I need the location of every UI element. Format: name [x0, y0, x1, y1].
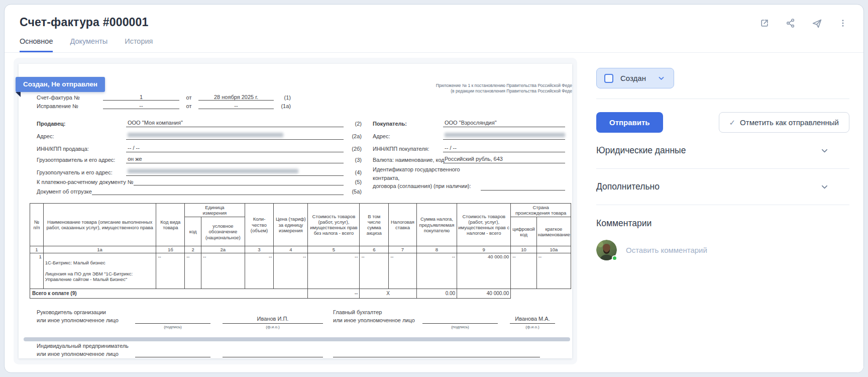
chevron-down-icon: [821, 183, 828, 191]
invoice-detail-card: Счет-фактура #000001 Основное Документы …: [4, 4, 864, 373]
redacted-buyer-address: [445, 133, 565, 137]
col-header-price: Цена (тариф) за единицу измерения: [274, 204, 308, 246]
contract-id-row: Идентификатор государственного контракта…: [373, 165, 565, 191]
entrepreneur-name-line: [223, 349, 323, 357]
seller-address-row: Адрес: (2а): [37, 127, 362, 140]
seller-column: Продавец: ООО "Моя компания" (2) Адрес: …: [37, 116, 362, 195]
col-header-name: Наименование товара (описание выполненны…: [43, 204, 156, 246]
total-row: Всего к оплате (9) -- X 0.00 40 000.00: [30, 289, 571, 298]
open-in-new-window-icon[interactable]: [759, 18, 770, 29]
tab-history[interactable]: История: [125, 37, 153, 52]
item-cost-with-tax: 40 000.00: [457, 253, 511, 289]
tab-bar: Основное Документы История: [20, 37, 849, 52]
entrepreneur-signature-line: [135, 349, 210, 357]
buyer-row: Покупатель: ООО "Взросляндия": [373, 116, 565, 127]
status-checkbox-icon: [604, 74, 613, 83]
action-buttons-row: Отправить ✓ Отметить как отправленный: [596, 112, 849, 133]
consignor-row: Грузоотправитель и его адрес: он же (3): [37, 152, 362, 163]
head-role: Руководитель организации или иное уполно…: [37, 309, 135, 325]
buyer-inn-row: ИНН/КПП покупателя: -- / --: [373, 140, 565, 152]
invoice-number-value: 1: [103, 94, 179, 101]
item-name: 1С-Битрикс: Малый бизнес Лицензия на ПО …: [43, 253, 156, 289]
chevron-down-icon: [821, 147, 828, 154]
col-header-unit-symbol: условное обозначение (национальное): [201, 217, 245, 246]
col-header-num: № п/п: [30, 204, 44, 246]
right-sidebar: Создан Отправить ✓ Отметить как отправле…: [577, 53, 863, 372]
col-header-excise: В том числе сумма акциза: [360, 204, 389, 246]
total-cost-with-tax: 40 000.00: [457, 289, 511, 298]
check-icon: ✓: [729, 118, 736, 127]
status-select[interactable]: Создан: [596, 68, 674, 88]
redacted-consignee-address: [128, 169, 298, 173]
head-name: Иванов И.П.: [223, 316, 323, 324]
head-accountant-signature-row: Руководитель организации или иное уполно…: [37, 309, 565, 329]
col-header-cost-with-tax: Стоимость товаров (работ, услуг), имущес…: [457, 204, 511, 246]
consignee-row: Грузополучатель и его адрес: (4): [37, 163, 362, 176]
tab-main[interactable]: Основное: [20, 37, 53, 52]
status-select-label: Создан: [620, 74, 646, 82]
head-signature-line: [135, 316, 210, 324]
seller-row: Продавец: ООО "Моя компания" (2): [37, 116, 362, 127]
section-additional[interactable]: Дополнительно: [596, 169, 849, 205]
status-ribbon: Создан, Не отправлен: [16, 77, 105, 92]
buyer-address-row: Адрес:: [373, 127, 565, 140]
online-status-dot: [612, 255, 617, 261]
content-area: Создан, Не отправлен Приложение № 1 к по…: [5, 53, 863, 372]
column-numbers-row: 1 1а 1б 2 2а 3 4 5 6 7 8 9 10 10а: [30, 246, 571, 253]
comments-section: Комментарии: [596, 218, 849, 260]
seller-inn-row: ИНН/КПП продавца: -- / -- (2б): [37, 140, 362, 152]
chevron-down-icon: [658, 75, 665, 81]
document-preview-panel: Создан, Не отправлен Приложение № 1 к по…: [14, 58, 577, 364]
invoice-sheet: Приложение № 1 к постановлению Правитель…: [19, 64, 572, 358]
invoice-date-value: 28 ноября 2025 г.: [198, 94, 274, 101]
leave-comment-input[interactable]: Оставить комментарий: [626, 246, 707, 254]
col-header-country-name: краткое наименование: [536, 217, 571, 246]
col-header-unit-group: Единица измерения: [185, 204, 245, 217]
accountant-role: Главный бухгалтер или иное уполномоченно…: [333, 309, 422, 325]
shipping-doc-row: Документ об отгрузке (5а): [37, 185, 362, 195]
header-actions: [759, 18, 848, 29]
item-row: 1 1С-Битрикс: Малый бизнес Лицензия на П…: [30, 253, 571, 289]
entrepreneur-role: Индивидуальный предприниматель или иное …: [37, 342, 135, 358]
signatures-block: Руководитель организации или иное уполно…: [37, 309, 565, 358]
regulation-note: Приложение № 1 к постановлению Правитель…: [436, 83, 572, 95]
mark-as-sent-button[interactable]: ✓ Отметить как отправленный: [719, 112, 849, 133]
col-header-qty: Коли- чество (объем): [245, 204, 274, 246]
tab-documents[interactable]: Документы: [70, 37, 107, 52]
col-header-country-group: Страна происхождения товара: [511, 204, 571, 217]
sidebar-divider: [596, 99, 849, 99]
send-button[interactable]: Отправить: [596, 112, 663, 133]
comments-title: Комментарии: [596, 218, 849, 229]
share-icon[interactable]: [785, 18, 796, 29]
total-label: Всего к оплате (9): [30, 289, 308, 298]
entrepreneur-registration-line: [333, 349, 540, 357]
user-avatar: [596, 240, 617, 260]
entrepreneur-signature-row: Индивидуальный предприниматель или иное …: [37, 342, 565, 358]
parties-block: Продавец: ООО "Моя компания" (2) Адрес: …: [37, 116, 565, 195]
buyer-column: Покупатель: ООО "Взросляндия" Адрес: ИНН…: [373, 116, 565, 195]
page-title: Счет-фактура #000001: [20, 16, 849, 29]
page-header: Счет-фактура #000001 Основное Документы …: [5, 5, 863, 53]
more-options-icon[interactable]: [837, 18, 848, 29]
accountant-name: Иванова М.А.: [510, 316, 555, 324]
item-num: 1: [30, 253, 44, 289]
invoice-number-block: Счет-фактура № 1 от 28 ноября 2025 г. (1…: [37, 92, 565, 109]
comment-entry: Оставить комментарий: [596, 240, 849, 260]
correction-number-row: Исправление № -- от -- (1а): [37, 101, 565, 109]
col-header-cost-no-tax: Стоимость товаров (работ, услуг), имущес…: [308, 204, 360, 246]
invoice-items-table: № п/п Наименование товара (описание выпо…: [30, 203, 571, 299]
accountant-signature-line: [422, 316, 498, 324]
payment-doc-row: К платежно-расчетному документу № (5): [37, 176, 362, 185]
total-tax-sum: 0.00: [416, 289, 457, 298]
col-header-unit-code: код: [185, 217, 201, 246]
horizontal-scrollbar[interactable]: [24, 337, 570, 341]
col-header-tax-rate: Налоговая ставка: [389, 204, 417, 246]
redacted-seller-address: [128, 133, 283, 137]
send-icon[interactable]: [811, 18, 822, 29]
col-header-kind-code: Код вида товара: [156, 204, 185, 246]
col-header-tax-sum: Сумма налога, предъявляемая покупателю: [416, 204, 457, 246]
section-legal-data[interactable]: Юридические данные: [596, 133, 849, 169]
currency-row: Валюта: наименование, код Российский руб…: [373, 152, 565, 163]
col-header-country-code: цифровой код: [511, 217, 537, 246]
